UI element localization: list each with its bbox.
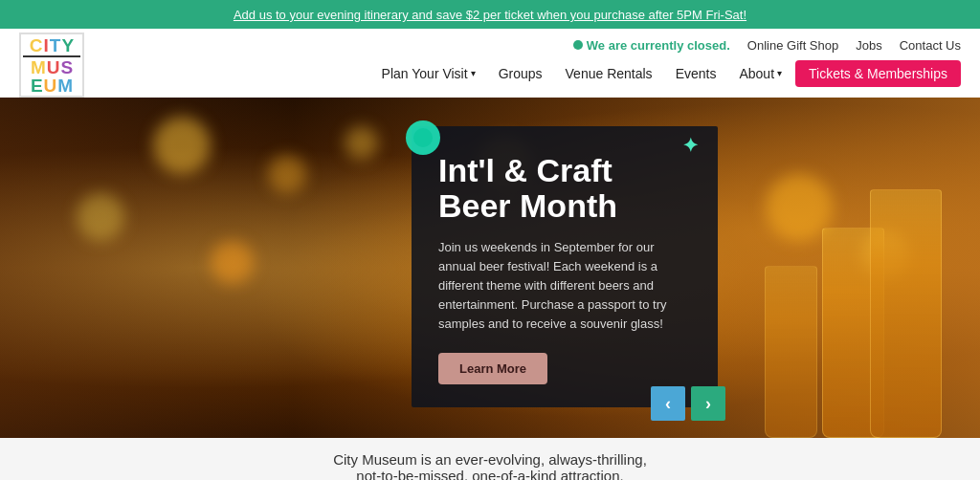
footer-line2: not-to-be-missed, one-of-a-kind attracti… <box>19 468 961 480</box>
beer-glass-left <box>765 266 817 438</box>
nav-events[interactable]: Events <box>666 62 726 85</box>
footer-teaser: City Museum is an ever-evolving, always-… <box>0 438 980 480</box>
bokeh-light <box>211 241 254 284</box>
bokeh-light <box>345 126 378 160</box>
footer-line1: City Museum is an ever-evolving, always-… <box>19 451 961 468</box>
promo-banner: Add us to your evening itinerary and sav… <box>0 0 980 29</box>
next-slide-button[interactable]: › <box>691 386 725 421</box>
svg-point-1 <box>413 128 433 147</box>
bokeh-light <box>268 155 306 193</box>
contact-link[interactable]: Contact Us <box>900 38 961 53</box>
nav-about[interactable]: About ▾ <box>729 62 791 85</box>
beer-glass-right <box>870 189 942 438</box>
site-header: C I T Y M U S E U M <box>0 29 980 98</box>
bokeh-light <box>77 193 124 241</box>
bokeh-light <box>153 117 211 174</box>
nav-venue-rentals[interactable]: Venue Rentals <box>556 62 662 85</box>
header-right: We are currently closed. Online Gift Sho… <box>84 38 961 93</box>
prev-arrow-icon: ‹ <box>665 394 671 414</box>
jobs-link[interactable]: Jobs <box>856 38 881 53</box>
next-arrow-icon: › <box>705 394 711 414</box>
logo-area: C I T Y M U S E U M <box>19 33 84 98</box>
nav-groups[interactable]: Groups <box>489 62 552 85</box>
status-text: We are currently closed. <box>587 38 730 53</box>
gift-shop-link[interactable]: Online Gift Shop <box>747 38 838 53</box>
banner-link[interactable]: Add us to your evening itinerary and sav… <box>234 8 746 22</box>
sparkle-icon: ✦ <box>682 134 699 157</box>
status-dot <box>573 40 583 50</box>
prev-slide-button[interactable]: ‹ <box>651 386 685 421</box>
secondary-nav: We are currently closed. Online Gift Sho… <box>573 38 961 53</box>
tickets-memberships-button[interactable]: Tickets & Memberships <box>795 60 961 87</box>
status-indicator: We are currently closed. <box>573 38 730 53</box>
nav-plan-your-visit[interactable]: Plan Your Visit ▾ <box>372 62 485 85</box>
hero-section: ✦ Int'l & CraftBeer Month Join us weeken… <box>0 98 980 438</box>
hero-title: Int'l & CraftBeer Month <box>438 153 691 225</box>
learn-more-button[interactable]: Learn More <box>438 353 547 384</box>
site-logo[interactable]: C I T Y M U S E U M <box>19 33 84 98</box>
hero-description: Join us weekends in September for our an… <box>438 238 691 335</box>
teal-decoration <box>404 119 442 157</box>
hero-card: ✦ Int'l & CraftBeer Month Join us weeken… <box>412 126 718 407</box>
primary-nav: Plan Your Visit ▾ Groups Venue Rentals E… <box>113 55 961 93</box>
